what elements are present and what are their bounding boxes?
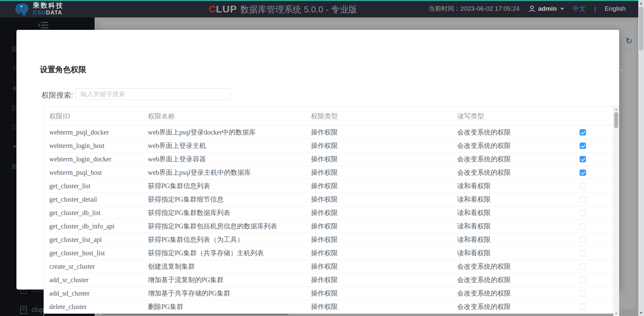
table-row: delete_cluster 删除PG集群 操作权限 会改变系统的权限 — [44, 300, 614, 314]
perm-checkbox[interactable] — [580, 236, 586, 243]
perm-rw-cell: 读和看权限 — [452, 206, 566, 219]
perm-checkbox[interactable] — [580, 277, 586, 283]
chevron-down-icon — [560, 8, 564, 10]
table-row: webterm_psql_docker web界面上psql登录docker中的… — [44, 126, 614, 139]
brand-logo: 乘数科技 CSUDATA — [15, 1, 64, 16]
search-label: 权限搜索: — [42, 90, 73, 100]
brand-name-en: CSUDATA — [33, 10, 64, 15]
set-role-permissions-dialog: 设置角色权限 × 权限搜索: 权限ID 权限名称 权限类型 读写类型 webte… — [16, 30, 619, 289]
perm-checkbox[interactable] — [580, 196, 586, 203]
perm-type-cell: 操作权限 — [306, 179, 452, 193]
perm-rw-cell: 会改变系统的权限 — [452, 300, 566, 313]
perm-checkbox[interactable] — [580, 223, 586, 229]
perm-checkbox[interactable] — [580, 169, 586, 176]
perm-checkbox[interactable] — [580, 129, 586, 136]
perm-name-cell: web界面上psql登录docker中的数据库 — [143, 126, 306, 139]
perm-type-cell: 操作权限 — [306, 193, 452, 206]
perm-checkbox[interactable] — [580, 156, 586, 162]
dialog-title: 设置角色权限 — [40, 64, 86, 75]
perm-type-cell: 操作权限 — [306, 273, 452, 286]
perm-id-cell: get_cluster_host_list — [44, 247, 143, 260]
perm-name-cell: 获得指定PG集群（共享存储）主机列表 — [143, 247, 306, 260]
perm-rw-cell: 读和看权限 — [452, 220, 566, 233]
perm-rw-cell: 会改变系统的权限 — [452, 139, 566, 152]
permission-search-input[interactable] — [75, 88, 230, 100]
perm-id-cell: get_cluster_db_info_api — [44, 220, 143, 233]
table-row: webterm_login_host web界面上登录主机 操作权限 会改变系统… — [44, 139, 614, 153]
perm-name-cell: 增加基于共享存储的PG集群 — [143, 287, 306, 300]
perm-name-cell: web界面上登录主机 — [143, 139, 306, 152]
perm-name-cell: 删除PG集群 — [143, 300, 306, 313]
perm-rw-cell: 读和看权限 — [452, 247, 566, 260]
table-scroll-down-icon[interactable]: ▼ — [613, 312, 619, 315]
table-header-row: 权限ID 权限名称 权限类型 读写类型 — [44, 107, 614, 126]
perm-type-cell: 操作权限 — [306, 206, 452, 219]
lang-switch-cn[interactable]: 中文 — [573, 4, 586, 13]
perm-id-cell: create_sr_cluster — [44, 260, 143, 273]
table-scrollbar[interactable]: ▲ ▼ — [613, 107, 619, 316]
table-row: get_cluster_db_info_api 获得指定PG集群包括机房信息的数… — [44, 220, 614, 233]
perm-id-cell: webterm_psql_host — [44, 166, 143, 179]
perm-id-cell: webterm_login_host — [44, 139, 143, 152]
table-row: get_cluster_list_api 获得PG集群信息列表（为工具） 操作权… — [44, 233, 614, 247]
perm-name-cell: 获得PG集群信息列表 — [143, 179, 306, 193]
user-menu[interactable]: admin — [528, 5, 564, 12]
perm-type-cell: 操作权限 — [306, 139, 452, 152]
app-title: CLUP数据库管理系统 5.0.0 - 专业版 — [209, 0, 357, 17]
perm-id-cell: get_cluster_list_api — [44, 233, 143, 246]
col-header-perm-type: 权限类型 — [306, 107, 452, 125]
perm-rw-cell: 读和看权限 — [452, 179, 566, 193]
perm-rw-cell: 会改变系统的权限 — [452, 287, 566, 300]
perm-checkbox[interactable] — [580, 250, 586, 256]
perm-name-cell: web界面上psql登录主机中的数据库 — [143, 166, 306, 179]
app-header: 乘数科技 CSUDATA CLUP数据库管理系统 5.0.0 - 专业版 当前时… — [0, 0, 638, 17]
table-row: get_cluster_detail 获得指定PG集群细节信息 操作权限 读和看… — [44, 193, 614, 206]
perm-rw-cell: 会改变系统的权限 — [452, 126, 566, 139]
perm-name-cell: web界面上登录容器 — [143, 153, 306, 166]
perm-checkbox[interactable] — [580, 290, 586, 297]
perm-name-cell: 获得PG集群信息列表（为工具） — [143, 233, 306, 246]
table-row: get_cluster_db_list 获得指定PG集群数据库列表 操作权限 读… — [44, 206, 614, 220]
lang-switch-en[interactable]: English — [605, 5, 626, 12]
table-row: add_sd_cluster 增加基于共享存储的PG集群 操作权限 会改变系统的… — [44, 287, 614, 300]
table-scroll-thumb[interactable] — [614, 112, 618, 128]
perm-checkbox[interactable] — [580, 143, 586, 149]
perm-id-cell: get_cluster_detail — [44, 193, 143, 206]
perm-type-cell: 操作权限 — [306, 233, 452, 246]
perm-checkbox[interactable] — [580, 304, 586, 310]
perm-checkbox[interactable] — [580, 183, 586, 189]
browser-scrollbar[interactable]: ▲ ▼ — [638, 0, 644, 316]
perm-name-cell: 增加基于流复制的PG集群 — [143, 273, 306, 286]
col-header-perm-name: 权限名称 — [143, 107, 306, 125]
user-icon — [528, 5, 536, 12]
perm-type-cell: 操作权限 — [306, 300, 452, 313]
scroll-up-icon[interactable]: ▲ — [638, 1, 644, 5]
perm-type-cell: 操作权限 — [306, 247, 452, 260]
elephant-logo-icon — [15, 1, 30, 16]
vertical-scroll-thumb[interactable] — [639, 7, 643, 50]
perm-type-cell: 操作权限 — [306, 153, 452, 166]
top-accent-line — [0, 0, 638, 1]
table-row: webterm_login_docker web界面上登录容器 操作权限 会改变… — [44, 153, 614, 166]
perm-id-cell: get_cluster_db_list — [44, 206, 143, 219]
perm-type-cell: 操作权限 — [306, 166, 452, 179]
perm-checkbox[interactable] — [580, 263, 586, 270]
col-header-checkbox — [566, 107, 614, 125]
close-icon[interactable]: × — [618, 65, 624, 75]
perm-id-cell: get_cluster_list — [44, 179, 143, 193]
perm-id-cell: webterm_login_docker — [44, 153, 143, 166]
col-header-perm-id: 权限ID — [44, 107, 143, 125]
scroll-down-icon[interactable]: ▼ — [638, 311, 644, 315]
perm-rw-cell: 会改变系统的权限 — [452, 260, 566, 273]
table-body: webterm_psql_docker web界面上psql登录docker中的… — [44, 126, 619, 314]
brand-name-cn: 乘数科技 — [33, 2, 64, 9]
table-scroll-up-icon[interactable]: ▲ — [613, 108, 619, 111]
perm-rw-cell: 读和看权限 — [452, 233, 566, 246]
col-header-rw-type: 读写类型 — [452, 107, 566, 125]
perm-type-cell: 操作权限 — [306, 260, 452, 273]
perm-checkbox[interactable] — [580, 210, 586, 216]
perm-id-cell: delete_cluster — [44, 300, 143, 313]
perm-type-cell: 操作权限 — [306, 220, 452, 233]
table-row: add_sr_cluster 增加基于流复制的PG集群 操作权限 会改变系统的权… — [44, 273, 614, 287]
lang-separator: | — [594, 5, 596, 12]
